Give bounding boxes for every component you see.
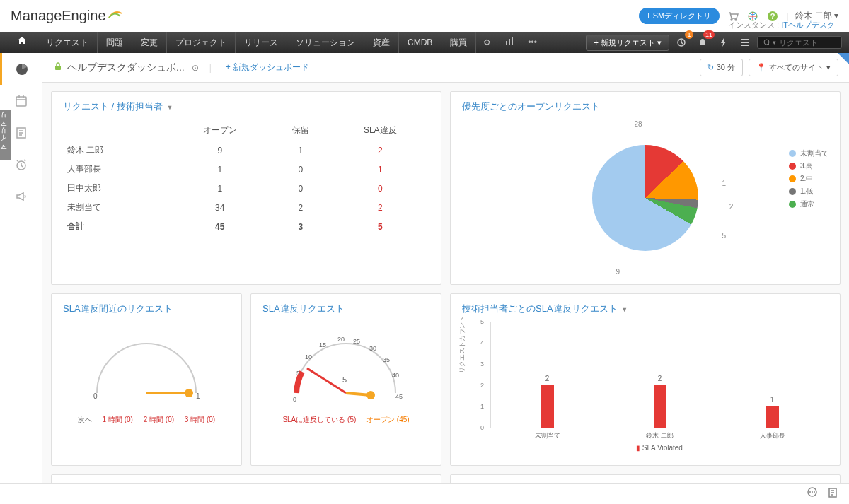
svg-point-12 [764, 40, 769, 45]
svg-rect-9 [741, 39, 749, 40]
svg-rect-5 [506, 41, 507, 45]
svg-rect-10 [741, 42, 749, 43]
bell-icon[interactable]: 11 [693, 35, 712, 50]
nav-projects[interactable]: プロジェクト [167, 32, 236, 53]
logo-swoosh-icon [108, 8, 123, 24]
sidebar-dashboard-icon[interactable] [0, 53, 42, 83]
site-selector[interactable]: 📍すべてのサイト ▾ [749, 59, 838, 76]
logo-manage: Manage [11, 8, 62, 24]
list-icon[interactable] [736, 35, 754, 50]
more-icon[interactable]: ••• [521, 32, 544, 53]
instance-label: インスタンス : ITヘルプデスク [728, 20, 835, 30]
search-box[interactable]: ▾ [757, 36, 842, 49]
dashboard-title: ヘルプデスクダッシュボ... [67, 61, 185, 74]
svg-text:?: ? [770, 12, 775, 20]
svg-rect-11 [741, 45, 749, 46]
badge-notif: 11 [703, 30, 715, 39]
dashboard-dropdown[interactable]: ⊙ [192, 63, 199, 73]
separator: | [209, 63, 212, 73]
reports-icon[interactable] [498, 32, 521, 53]
search-input[interactable] [779, 38, 836, 47]
logo-engine: Engine [62, 8, 105, 24]
nav-requests[interactable]: リクエスト [37, 32, 98, 53]
refresh-icon: ↻ [708, 63, 714, 72]
svg-rect-7 [512, 37, 513, 45]
nav-assets[interactable]: 資産 [364, 32, 399, 53]
lock-icon [53, 61, 63, 74]
bolt-icon[interactable] [715, 35, 733, 50]
pin-icon: 📍 [756, 63, 766, 72]
refresh-interval[interactable]: ↻30 分 [700, 59, 743, 76]
instance-link[interactable]: ITヘルプデスク [781, 20, 835, 29]
nav-cmdb[interactable]: CMDB [399, 32, 441, 53]
svg-rect-17 [55, 66, 61, 70]
nav-solutions[interactable]: ソリューション [287, 32, 364, 53]
esm-directory-button[interactable]: ESMディレクトリ [639, 8, 720, 24]
badge-recent: 1 [685, 30, 693, 39]
corner-ribbon[interactable] [838, 53, 849, 64]
recent-icon[interactable]: 1 [672, 35, 691, 50]
nav-problems[interactable]: 問題 [98, 32, 132, 53]
svg-rect-6 [509, 39, 510, 45]
new-dashboard-link[interactable]: + 新規ダッシュボード [226, 61, 309, 74]
nav-purchase[interactable]: 購買 [441, 32, 476, 53]
gear-icon[interactable]: ⚙ [476, 32, 498, 53]
nav-home[interactable] [7, 32, 37, 53]
nav-changes[interactable]: 変更 [132, 32, 167, 53]
new-request-button[interactable]: + 新規リクエスト ▾ [586, 35, 669, 51]
logo[interactable]: ManageEngine [11, 8, 123, 24]
username-label: 鈴木 二郎 [795, 11, 831, 20]
nav-releases[interactable]: リリース [236, 32, 287, 53]
